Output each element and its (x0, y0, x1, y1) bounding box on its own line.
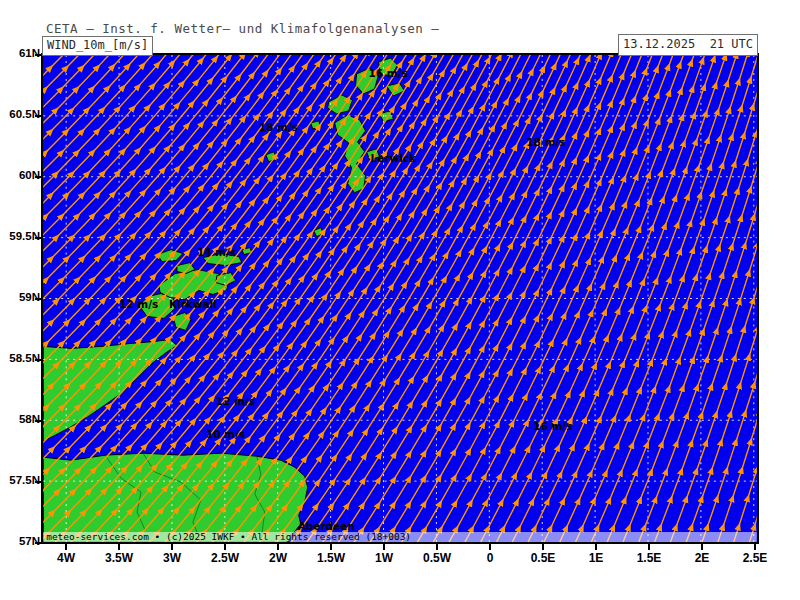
wind-speed-label: 12 m/s (119, 298, 158, 310)
wind-speed-label: 12 m/s (216, 395, 255, 407)
lon-tick-label: 1W (360, 551, 408, 565)
lon-tick (171, 544, 173, 550)
lat-tick-label: 60.5N (0, 108, 40, 120)
wind-speed-label: 18 m/s (526, 136, 565, 148)
map-canvas: 16 m/s18 m/s18 m/s14 m/s12 m/s12 m/s10 m… (41, 53, 759, 544)
lon-tick (489, 544, 491, 550)
lon-tick-label: 4W (42, 551, 90, 565)
wind-speed-label: 16 m/s (369, 67, 408, 79)
lon-tick (436, 544, 438, 550)
lon-tick (383, 544, 385, 550)
lon-tick-label: 3W (148, 551, 196, 565)
datetime-label: 13.12.2025 21 UTC (623, 37, 753, 51)
lon-tick (277, 544, 279, 550)
weather-map-page: CETA — Inst. f. Wetter— und Klimafolgena… (0, 0, 800, 600)
lat-tick-label: 61N (0, 47, 40, 59)
lon-tick (118, 544, 120, 550)
lon-tick (330, 544, 332, 550)
place-label: Aberdeen (298, 520, 355, 532)
lon-tick (648, 544, 650, 550)
wind-speed-label: 10 m/s (206, 428, 245, 440)
lon-tick-label: 2W (254, 551, 302, 565)
lon-tick-label: 1E (572, 551, 620, 565)
lon-tick (542, 544, 544, 550)
lon-tick-label: 0.5W (413, 551, 461, 565)
wind-speed-label: 16 m/s (533, 420, 572, 432)
lat-tick-label: 59N (0, 291, 40, 303)
lon-tick (595, 544, 597, 550)
lon-tick (701, 544, 703, 550)
datetime-box: 13.12.2025 21 UTC (618, 34, 758, 56)
place-label: Kirkwall (169, 298, 217, 310)
lon-tick-label: 2.5W (201, 551, 249, 565)
lat-tick-label: 59.5N (0, 230, 40, 242)
lon-tick-label: 3.5W (95, 551, 143, 565)
lat-tick-label: 60N (0, 169, 40, 181)
lat-tick-label: 57N (0, 535, 40, 547)
lon-tick (754, 544, 756, 550)
lon-tick-label: 1.5E (625, 551, 673, 565)
lon-tick (65, 544, 67, 550)
lon-tick-label: 1.5W (307, 551, 355, 565)
copyright-note: meteo-services.com • (c)2025 IWKF • All … (46, 532, 411, 542)
variable-label: WIND_10m_[m/s] (47, 38, 148, 52)
lon-tick (224, 544, 226, 550)
lat-tick-label: 57.5N (0, 474, 40, 486)
wind-speed-label: 18 m/s (259, 121, 298, 133)
variable-box: WIND_10m_[m/s] (42, 36, 153, 56)
lat-tick-label: 58.5N (0, 352, 40, 364)
wind-speed-label: 14 m/s (197, 246, 236, 258)
lon-tick-label: 2.5E (731, 551, 779, 565)
lon-tick-label: 0 (466, 551, 514, 565)
lat-tick-label: 58N (0, 413, 40, 425)
lon-tick-label: 2E (678, 551, 726, 565)
lon-tick-label: 0.5E (519, 551, 567, 565)
institute-title: CETA — Inst. f. Wetter— und Klimafolgena… (46, 21, 439, 36)
place-label: Lerwick (371, 152, 417, 164)
